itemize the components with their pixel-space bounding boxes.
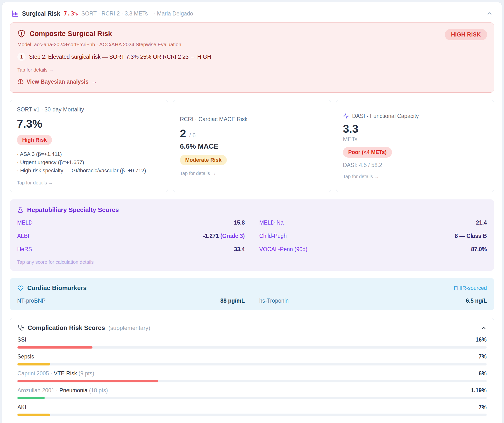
cardiac-biomarkers-card: Cardiac Biomarkers FHIR-sourced NT-proBN… bbox=[10, 278, 494, 310]
dasi-tap-for-details-link[interactable]: Tap for details → bbox=[343, 174, 487, 179]
score-row-vocal-penn[interactable]: VOCAL-Penn (90d) 87.0% bbox=[259, 243, 487, 256]
evaluation-step: 1 Step 2: Elevated surgical risk — SORT … bbox=[17, 53, 487, 61]
risk-bar-fill bbox=[17, 397, 45, 399]
complication-value: 6% bbox=[479, 370, 487, 377]
header-risk-value: 7.3% bbox=[64, 10, 78, 17]
composite-tap-for-details-link[interactable]: Tap for details → bbox=[17, 67, 54, 73]
header-patient-name: · Maria Delgado bbox=[154, 10, 193, 17]
biomarker-label: hs-Troponin bbox=[259, 298, 289, 304]
score-value: 21.4 bbox=[476, 219, 487, 226]
stethoscope-icon bbox=[17, 325, 24, 331]
step-text: Step 2: Elevated surgical risk — SORT 7.… bbox=[29, 54, 211, 60]
complication-row-aki: AKI 7% bbox=[17, 404, 487, 416]
score-label: ALBI bbox=[17, 233, 29, 239]
score-label: Child-Pugh bbox=[259, 233, 287, 239]
biomarker-row-hstroponin: hs-Troponin 6.5 ng/L bbox=[259, 298, 487, 304]
risk-bar-fill bbox=[17, 346, 92, 349]
heart-icon bbox=[17, 285, 24, 292]
hepatobiliary-title: Hepatobiliary Specialty Scores bbox=[27, 206, 119, 214]
risk-bar-fill bbox=[17, 380, 158, 382]
biomarker-value: 6.5 ng/L bbox=[466, 298, 487, 304]
score-row-hers[interactable]: HeRS 33.4 bbox=[17, 243, 245, 256]
biomarkers-title: Cardiac Biomarkers bbox=[27, 284, 87, 292]
dasi-score-detail: DASI: 4.5 / 58.2 bbox=[343, 162, 487, 168]
risk-bar-track bbox=[17, 380, 487, 382]
complication-value: 7% bbox=[479, 404, 487, 411]
score-label: HeRS bbox=[17, 246, 32, 253]
complication-row-ssi: SSI 16% bbox=[17, 336, 487, 349]
score-value: 8 — Class B bbox=[455, 233, 487, 239]
rcri-card-title: RCRI · Cardiac MACE Risk bbox=[180, 116, 324, 123]
rcri-mace-value: 6.6% MACE bbox=[180, 142, 324, 150]
complication-label: Sepsis bbox=[17, 353, 34, 360]
complication-label: Arozullah 2001 · Pneumonia (18 pts) bbox=[17, 387, 108, 394]
risk-bar-track bbox=[17, 414, 487, 416]
score-value: -1.271 (Grade 3) bbox=[203, 233, 245, 239]
score-row-albi[interactable]: ALBI -1.271 (Grade 3) bbox=[17, 229, 245, 243]
complication-title: Complication Risk Scores bbox=[28, 324, 105, 332]
score-row-meld[interactable]: MELD 15.8 bbox=[17, 216, 245, 229]
high-risk-badge: HIGH RISK bbox=[445, 29, 487, 40]
complication-row-vte: Caprini 2005 · VTE Risk (9 pts) 6% bbox=[17, 370, 487, 382]
composite-risk-card: Composite Surgical Risk HIGH RISK Model:… bbox=[10, 22, 494, 93]
risk-bar-track bbox=[17, 346, 487, 349]
bar-chart-icon bbox=[11, 10, 19, 17]
collapse-complications-chevron-icon[interactable] bbox=[481, 325, 487, 331]
rcri-score-max: / 6 bbox=[189, 132, 196, 139]
dasi-unit-label: METs bbox=[343, 136, 487, 143]
score-value: 87.0% bbox=[471, 246, 487, 253]
biomarker-row-ntprobnp: NT-proBNP 88 pg/mL bbox=[17, 298, 245, 304]
surgical-risk-panel: Surgical Risk 7.3% SORT · RCRI 2 · 3.3 M… bbox=[2, 2, 502, 423]
header-meta: SORT · RCRI 2 · 3.3 METs bbox=[81, 10, 148, 17]
score-label: MELD bbox=[17, 219, 33, 226]
model-line: Model: acc-aha-2024+sort+rcri+hb · ACC/A… bbox=[17, 42, 487, 47]
rcri-risk-badge: Moderate Risk bbox=[180, 155, 227, 165]
view-bayesian-analysis-link[interactable]: View Bayesian analysis → bbox=[17, 79, 487, 85]
complication-value: 16% bbox=[476, 336, 487, 343]
complication-row-sepsis: Sepsis 7% bbox=[17, 353, 487, 365]
shield-alert-icon bbox=[17, 29, 26, 38]
rcri-score-card[interactable]: RCRI · Cardiac MACE Risk 2 / 6 6.6% MACE… bbox=[173, 100, 331, 192]
score-value: 15.8 bbox=[234, 219, 245, 226]
risk-bar-track bbox=[17, 397, 487, 399]
rcri-tap-for-details-link[interactable]: Tap for details → bbox=[180, 171, 324, 176]
score-value: 33.4 bbox=[234, 246, 245, 253]
rcri-score: 2 / 6 bbox=[180, 127, 324, 140]
sort-value: 7.3% bbox=[17, 117, 161, 130]
complication-value: 7% bbox=[479, 353, 487, 360]
risk-bar-track bbox=[17, 363, 487, 365]
score-cards-row: SORT v1 · 30-day Mortality 7.3% High Ris… bbox=[10, 100, 494, 192]
composite-risk-title: Composite Surgical Risk bbox=[29, 30, 112, 38]
sort-risk-badge: High Risk bbox=[17, 135, 52, 145]
panel-title: Surgical Risk bbox=[22, 10, 60, 17]
hepatobiliary-footer-hint: Tap any score for calculation details bbox=[17, 259, 487, 265]
brain-icon bbox=[17, 79, 24, 85]
score-label: VOCAL-Penn (90d) bbox=[259, 246, 307, 253]
sort-risk-factors: · ASA 3 (β=+1.411) · Urgent urgency (β=+… bbox=[17, 150, 161, 175]
risk-bar-fill bbox=[17, 414, 50, 416]
activity-pulse-icon bbox=[343, 113, 349, 119]
score-label: MELD-Na bbox=[259, 219, 284, 226]
complication-value: 1.19% bbox=[471, 387, 487, 394]
score-row-meld-na[interactable]: MELD-Na 21.4 bbox=[259, 216, 487, 229]
dasi-card-title: DASI · Functional Capacity bbox=[343, 113, 487, 119]
risk-bar-fill bbox=[17, 363, 50, 365]
panel-header: Surgical Risk 7.3% SORT · RCRI 2 · 3.3 M… bbox=[10, 8, 494, 22]
sort-card-title: SORT v1 · 30-day Mortality bbox=[17, 106, 161, 113]
complication-label: SSI bbox=[17, 336, 26, 343]
dasi-score-card[interactable]: DASI · Functional Capacity 3.3 METs Poor… bbox=[336, 100, 494, 192]
biomarker-label: NT-proBNP bbox=[17, 298, 46, 304]
dasi-mets-value: 3.3 bbox=[343, 122, 487, 135]
step-number-chip: 1 bbox=[17, 53, 26, 61]
collapse-panel-chevron-icon[interactable] bbox=[486, 10, 493, 17]
view-bayesian-analysis-label: View Bayesian analysis bbox=[27, 79, 89, 85]
complication-label: AKI bbox=[17, 404, 26, 411]
complication-subtitle: (supplementary) bbox=[108, 325, 150, 331]
dasi-capacity-badge: Poor (<4 METs) bbox=[343, 147, 392, 158]
complication-risk-card: Complication Risk Scores (supplementary)… bbox=[10, 318, 494, 423]
hepatobiliary-scores-card: Hepatobiliary Specialty Scores MELD 15.8… bbox=[10, 199, 494, 271]
sort-score-card[interactable]: SORT v1 · 30-day Mortality 7.3% High Ris… bbox=[10, 100, 168, 192]
sort-tap-for-details-link[interactable]: Tap for details → bbox=[17, 180, 161, 186]
complication-row-pneumonia: Arozullah 2001 · Pneumonia (18 pts) 1.19… bbox=[17, 387, 487, 399]
score-row-child-pugh[interactable]: Child-Pugh 8 — Class B bbox=[259, 229, 487, 243]
